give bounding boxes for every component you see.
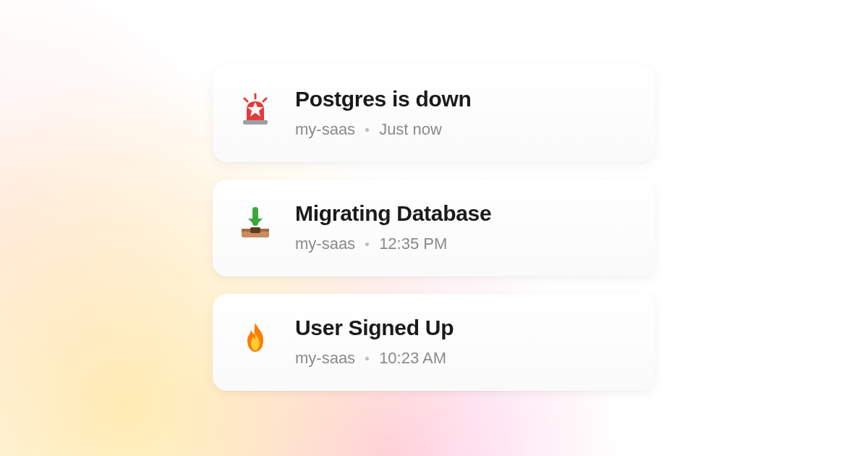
project-label: my-saas — [295, 235, 355, 253]
project-label: my-saas — [295, 120, 355, 139]
notification-meta: my-saas 12:35 PM — [295, 235, 491, 253]
separator-dot — [365, 128, 369, 132]
notification-meta: my-saas Just now — [295, 120, 472, 139]
svg-line-2 — [244, 98, 247, 101]
notification-content: Postgres is down my-saas Just now — [295, 87, 472, 139]
time-label: Just now — [379, 120, 442, 139]
time-label: 10:23 AM — [379, 349, 446, 368]
fire-icon — [237, 320, 273, 356]
notification-title: Migrating Database — [295, 201, 491, 226]
notification-content: Migrating Database my-saas 12:35 PM — [295, 201, 491, 253]
notification-title: Postgres is down — [295, 87, 472, 111]
notification-card[interactable]: Migrating Database my-saas 12:35 PM — [213, 180, 655, 276]
siren-icon — [237, 91, 273, 127]
separator-dot — [365, 357, 369, 360]
inbox-download-icon — [237, 206, 273, 242]
project-label: my-saas — [295, 349, 355, 368]
separator-dot — [365, 242, 369, 246]
notification-card[interactable]: User Signed Up my-saas 10:23 AM — [213, 294, 655, 391]
svg-line-3 — [263, 98, 266, 101]
svg-rect-0 — [243, 120, 268, 124]
notification-title: User Signed Up — [295, 316, 454, 340]
svg-rect-6 — [250, 227, 260, 233]
time-label: 12:35 PM — [379, 235, 447, 253]
notification-card[interactable]: Postgres is down my-saas Just now — [213, 65, 655, 162]
notification-meta: my-saas 10:23 AM — [295, 349, 454, 368]
notification-list: Postgres is down my-saas Just now Migrat… — [213, 65, 655, 391]
notification-content: User Signed Up my-saas 10:23 AM — [295, 316, 454, 368]
